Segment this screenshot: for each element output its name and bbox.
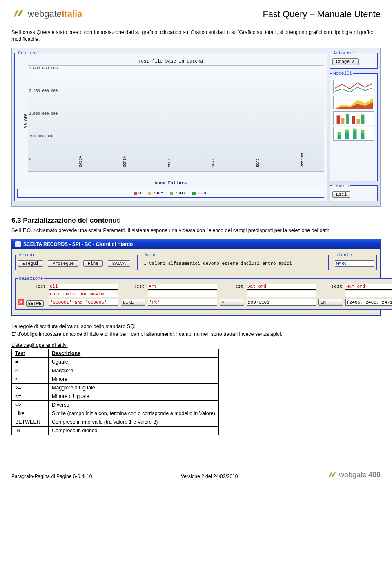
scelta-records-window: SCELTA RECORDS - SPI - BC - Giorni di ri… <box>11 239 381 316</box>
bar <box>308 159 313 159</box>
op-descr: Compreso in intervallo (tra Valore 1 e V… <box>49 418 219 427</box>
y-tick: 3.000.000.000 <box>29 67 58 71</box>
datord-extra[interactable] <box>247 291 316 297</box>
legend-item: 2005 <box>148 191 163 196</box>
y-tick: 750.000.000 <box>29 134 53 138</box>
x-tick: SCA2 <box>256 158 260 167</box>
numord-val[interactable] <box>345 299 392 306</box>
leaf-icon <box>11 8 25 20</box>
utente-field[interactable] <box>335 260 374 267</box>
op-descr: Diverso <box>49 401 219 409</box>
table-row: <=Minore o Uguale <box>12 392 219 401</box>
ops-table-title: Lista degli operandi attivi <box>11 342 381 348</box>
salva-button[interactable]: SALVA <box>108 260 130 267</box>
op-test: <> <box>12 401 49 409</box>
art-extra[interactable] <box>148 291 217 297</box>
utente-legend: Utente <box>335 252 353 257</box>
section-6-3-para: Se il F.Q. richiamato prevede una scelta… <box>11 227 381 234</box>
svg-rect-14 <box>361 133 364 139</box>
op-test: = <box>12 358 49 366</box>
azioni-fieldset: Azioni Esegui Prosegue Fine SALVA <box>15 252 138 270</box>
utente-fieldset: Utente <box>332 252 377 270</box>
art-op[interactable]: LIKE <box>121 299 145 306</box>
numord-extra[interactable] <box>345 291 392 297</box>
selezione-legend: Selezione <box>18 276 44 281</box>
ops-th-test: Test <box>12 349 49 358</box>
modelli-fieldset: Modelli <box>330 71 378 181</box>
fine-button[interactable]: Fine <box>83 260 103 267</box>
brand-text-b: Italia <box>62 9 82 19</box>
table-row: LikeSimile (campo inizia con, termina co… <box>12 409 219 418</box>
op-test: >= <box>12 384 49 392</box>
col-test-label-1: Test <box>18 284 47 289</box>
op-test: Like <box>12 409 49 418</box>
para-apici: E' d'obbligo impostare un apice d'inizio… <box>11 331 381 338</box>
bar <box>204 159 208 159</box>
table-row: =Uguale <box>12 358 219 366</box>
grafico-legend: Grafico <box>17 51 38 56</box>
y-axis-label: Valore <box>24 113 28 128</box>
numord-op[interactable]: IN <box>318 299 343 306</box>
footer-center: Versione 2 del 24/02/2010 <box>181 474 238 479</box>
ops-th-descr: Descrizione <box>49 349 219 358</box>
bar <box>71 159 76 159</box>
x-tick: 300366F <box>300 152 304 167</box>
esegui-button[interactable]: Esegui <box>18 260 43 267</box>
window-title: SCELTA RECORDS - SPI - BC - Giorni di ri… <box>23 241 133 247</box>
svg-rect-4 <box>346 114 349 123</box>
art-val[interactable] <box>148 299 217 306</box>
brand-text-a: webgate <box>28 9 62 19</box>
esci-button[interactable]: Esci <box>332 191 350 198</box>
window-titlebar: SCELTA RECORDS - SPI - BC - Giorni di ri… <box>12 239 380 249</box>
table-row: <Minore <box>12 375 219 384</box>
bar <box>176 159 180 159</box>
note-fieldset: Note I valori alfanumerici devono essere… <box>141 252 329 270</box>
op-descr: Uguale <box>49 358 219 366</box>
chart-model-thumb-bar[interactable] <box>333 111 374 125</box>
svg-rect-3 <box>341 118 345 124</box>
cli-op[interactable]: BETWE <box>26 300 44 307</box>
bar <box>87 159 91 159</box>
svg-rect-6 <box>357 119 360 124</box>
legend-item: 2008 <box>192 191 208 196</box>
document-title: Fast Query – Manuale Utente <box>263 9 381 20</box>
chart-model-thumb-stacked[interactable] <box>333 127 374 141</box>
col-test-label-4: Test <box>318 284 343 289</box>
autoexit-legend: Autoexit <box>332 51 356 56</box>
op-test: IN <box>12 427 49 435</box>
art-name[interactable] <box>148 284 217 290</box>
azioni-legend: Azioni <box>18 252 36 257</box>
operands-table: Test Descrizione =Uguale>Maggiore<Minore… <box>11 349 219 435</box>
chart-model-thumb-line[interactable] <box>333 80 374 94</box>
op-test: <= <box>12 392 49 401</box>
grafico-fieldset: Grafico Test file base in catena Valore … <box>14 51 327 201</box>
svg-rect-2 <box>337 115 340 124</box>
op-test: < <box>12 375 49 384</box>
cli-val[interactable] <box>49 299 118 306</box>
x-tick: COPIA <box>123 156 127 167</box>
cli-extra[interactable] <box>49 291 118 297</box>
y-tick: 0 <box>29 157 31 161</box>
op-test: > <box>12 366 49 375</box>
op-descr: Maggiore o Uguale <box>49 384 219 392</box>
delete-row-icon[interactable] <box>18 299 24 305</box>
congela-button[interactable]: Congela <box>332 58 359 65</box>
svg-rect-5 <box>352 116 355 124</box>
numord-name[interactable] <box>345 284 392 290</box>
lavoro-fieldset: Lavoro Esci <box>330 183 378 201</box>
datord-val[interactable] <box>247 299 316 306</box>
datord-op[interactable]: > <box>220 299 244 306</box>
bar <box>131 159 136 159</box>
brand-logo: webgateItalia <box>11 8 82 20</box>
chart-model-thumb-area[interactable] <box>333 96 374 109</box>
svg-rect-13 <box>353 129 356 131</box>
lavoro-legend: Lavoro <box>332 183 350 188</box>
bar <box>115 159 120 159</box>
datord-name[interactable] <box>247 284 316 290</box>
selezione-fieldset: Selezione Test Test Test Test <box>15 276 392 310</box>
section-heading-6-3: 6.3 Parzializzazione dei contenuti <box>11 217 381 225</box>
op-descr: Simile (campo inizia con, termina con o … <box>49 409 219 418</box>
prosegue-button[interactable]: Prosegue <box>48 260 78 267</box>
cli-name[interactable] <box>49 284 118 290</box>
x-tick: MM01 <box>167 158 172 167</box>
